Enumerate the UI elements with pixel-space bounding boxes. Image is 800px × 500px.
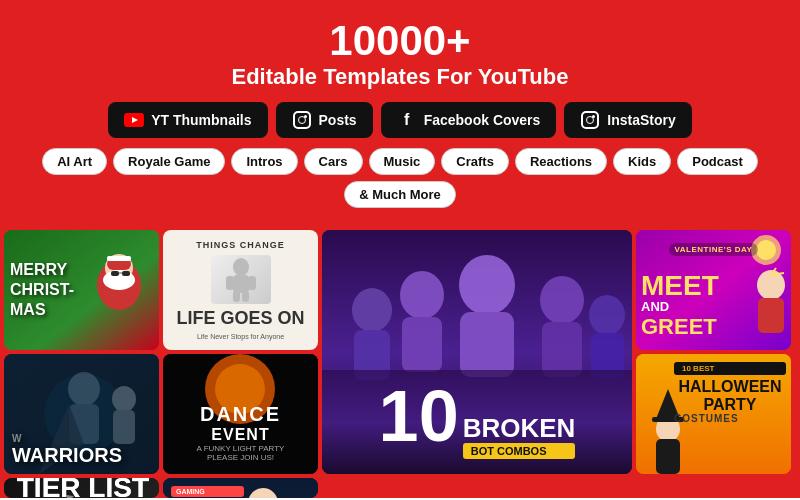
category-more[interactable]: & Much More xyxy=(344,181,456,208)
hero-title: 10000+ xyxy=(10,18,790,64)
youtube-icon xyxy=(124,110,144,130)
svg-rect-23 xyxy=(460,312,514,377)
christmas-text: MERRYCHRIST-MAS xyxy=(10,260,74,319)
posts-button[interactable]: Posts xyxy=(276,102,373,138)
svg-point-20 xyxy=(400,271,444,319)
broken-word: BROKEN xyxy=(463,415,576,441)
valentine-meet: MEET xyxy=(641,273,719,300)
instastory-button[interactable]: InstaStory xyxy=(564,102,691,138)
category-pills-row: AI Art Royale Game Intros Cars Music Cra… xyxy=(10,148,790,208)
hero-subtitle: Editable Templates For YouTube xyxy=(10,64,790,90)
broken-text-group: BROKEN BOT COMBOS xyxy=(463,415,576,459)
halloween-content: 10 BEST HALLOWEEN PARTY COSTUMES xyxy=(674,362,786,424)
vr-content: GAMING VR TECH REVIEW xyxy=(171,486,244,498)
facebook-icon: f xyxy=(397,110,417,130)
dance-event-template[interactable]: DANCE EVENT A FUNKY LIGHT PARTY PLEASE J… xyxy=(163,354,318,474)
yt-thumbnails-button[interactable]: YT Thumbnails xyxy=(108,102,267,138)
facebook-covers-button[interactable]: f Facebook Covers xyxy=(381,102,557,138)
broken-number: 10 xyxy=(379,384,459,449)
category-royale-game[interactable]: Royale Game xyxy=(113,148,225,175)
svg-rect-14 xyxy=(248,276,256,290)
svg-rect-33 xyxy=(758,298,784,333)
life-sub-text: Life Never Stops for Anyone xyxy=(197,333,284,340)
dance-detail2: PLEASE JOIN US! xyxy=(163,453,318,462)
warriors-text: W WARRIORS xyxy=(12,434,122,466)
header-section: 10000+ Editable Templates For YouTube YT… xyxy=(0,0,800,230)
life-top-text: THINGS CHANGE xyxy=(196,240,285,250)
category-kids[interactable]: Kids xyxy=(613,148,671,175)
halloween-template[interactable]: 10 BEST HALLOWEEN PARTY COSTUMES xyxy=(636,354,791,474)
svg-rect-9 xyxy=(122,271,130,276)
dance-text-area: DANCE EVENT A FUNKY LIGHT PARTY PLEASE J… xyxy=(163,363,318,462)
life-figure-svg xyxy=(216,257,266,302)
tier-text-area: TIER LIST xyxy=(17,478,149,498)
warriors-template[interactable]: W WARRIORS xyxy=(4,354,159,474)
halloween-title: HALLOWEEN PARTY xyxy=(674,378,786,413)
svg-rect-16 xyxy=(242,291,249,302)
instagram-icon xyxy=(292,110,312,130)
halloween-sub: COSTUMES xyxy=(674,413,786,424)
category-ai-art[interactable]: AI Art xyxy=(42,148,107,175)
category-crafts[interactable]: Crafts xyxy=(441,148,509,175)
tier-text: TIER LIST xyxy=(17,478,149,498)
svg-point-22 xyxy=(459,255,515,315)
svg-rect-8 xyxy=(111,271,119,276)
valentine-top-badge: VALENTINE'S DAY xyxy=(636,238,791,256)
svg-rect-15 xyxy=(233,291,240,302)
category-podcast[interactable]: Podcast xyxy=(677,148,758,175)
broken-badge: BOT COMBOS xyxy=(463,443,576,459)
svg-point-11 xyxy=(233,258,249,276)
dance-title: DANCE xyxy=(163,403,318,426)
broken-title-area: 10 BROKEN BOT COMBOS xyxy=(322,384,632,459)
svg-rect-13 xyxy=(226,276,234,290)
svg-rect-6 xyxy=(107,256,131,261)
dance-detail: A FUNKY LIGHT PARTY xyxy=(163,444,318,453)
svg-point-40 xyxy=(112,386,136,412)
svg-rect-25 xyxy=(542,322,582,377)
life-image xyxy=(211,255,271,304)
templates-grid: MERRYCHRIST-MAS THINGS CHANGE LIFE GOES … xyxy=(0,230,800,498)
category-cars[interactable]: Cars xyxy=(304,148,363,175)
christmas-template[interactable]: MERRYCHRIST-MAS xyxy=(4,230,159,350)
valentine-top-text: VALENTINE'S DAY xyxy=(669,243,759,256)
life-goes-on-template[interactable]: THINGS CHANGE LIFE GOES ON Life Never St… xyxy=(163,230,318,350)
category-music[interactable]: Music xyxy=(369,148,436,175)
vr-badge: GAMING xyxy=(171,486,244,497)
platform-buttons-row: YT Thumbnails Posts f Facebook Covers xyxy=(10,102,790,138)
category-intros[interactable]: Intros xyxy=(231,148,297,175)
broken-bot-combos-template[interactable]: 10 BROKEN BOT COMBOS xyxy=(322,230,632,474)
instagram-icon-2 xyxy=(580,110,600,130)
life-main-text: LIFE GOES ON xyxy=(176,309,304,329)
valentine-main-text: MEET AND GREET xyxy=(641,273,719,341)
svg-point-24 xyxy=(540,276,584,324)
valentine-greet: GREET xyxy=(641,314,719,340)
halloween-badge: 10 BEST xyxy=(674,362,786,375)
svg-rect-50 xyxy=(656,439,680,474)
svg-rect-21 xyxy=(402,317,442,372)
svg-rect-12 xyxy=(233,275,249,293)
svg-point-26 xyxy=(589,295,625,335)
tier-list-template[interactable]: TIER LIST xyxy=(4,478,159,498)
vr-review-template[interactable]: GAMING VR TECH REVIEW xyxy=(163,478,318,498)
valentine-and: AND xyxy=(641,299,719,314)
valentines-template[interactable]: VALENTINE'S DAY MEET AND GREET xyxy=(636,230,791,350)
svg-point-18 xyxy=(352,288,392,332)
dance-subtitle: EVENT xyxy=(163,426,318,444)
category-reactions[interactable]: Reactions xyxy=(515,148,607,175)
